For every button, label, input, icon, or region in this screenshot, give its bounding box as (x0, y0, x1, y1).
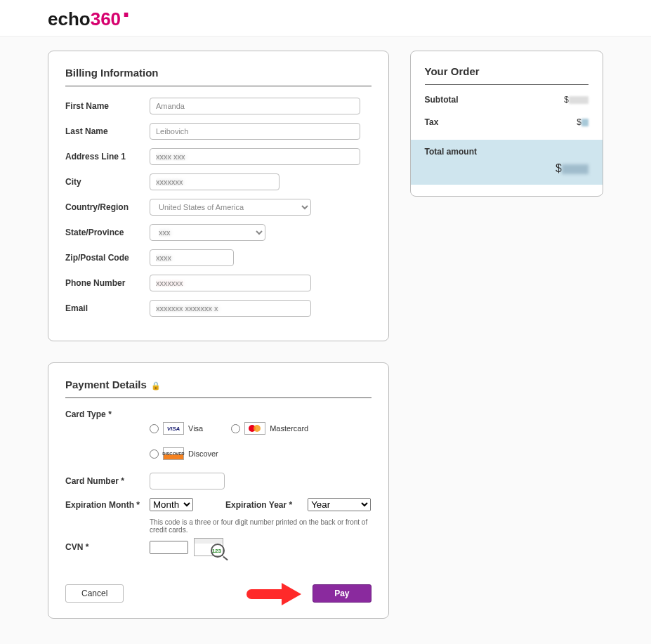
exp-year-label: Expiration Year * (225, 500, 292, 510)
brand-part2: 360 (91, 8, 121, 29)
exp-month-label: Expiration Month * (65, 500, 150, 510)
cvn-help-icon (194, 538, 223, 556)
country-select[interactable]: United States of America (150, 199, 311, 216)
cancel-button[interactable]: Cancel (65, 584, 124, 603)
brand-logo: echo360. (48, 8, 651, 30)
email-label: Email (65, 303, 150, 313)
email-field[interactable] (150, 300, 311, 317)
zip-label: Zip/Postal Code (65, 253, 150, 263)
exp-month-select[interactable]: Month (150, 498, 193, 511)
card-type-visa[interactable]: VISA Visa (150, 422, 203, 435)
cvn-hint: This code is a three or four digit numbe… (150, 518, 371, 534)
subtotal-label: Subtotal (425, 95, 459, 105)
mastercard-icon (244, 422, 265, 435)
card-type-mastercard[interactable]: Mastercard (231, 422, 308, 435)
discover-radio[interactable] (150, 449, 159, 459)
last-name-label: Last Name (65, 126, 150, 136)
cvn-label: CVN * (65, 542, 150, 552)
billing-card: Billing Information First Name Last Name… (48, 51, 389, 341)
state-label: State/Province (65, 228, 150, 237)
payment-card: Payment Details 🔒 Card Type * VISA Visa … (48, 362, 389, 619)
exp-year-select[interactable]: Year (308, 498, 371, 511)
last-name-field[interactable] (150, 123, 360, 140)
mastercard-radio[interactable] (231, 424, 240, 433)
billing-heading: Billing Information (65, 67, 371, 86)
card-number-field[interactable] (150, 473, 225, 489)
total-section: Total amount $ (411, 140, 603, 185)
first-name-field[interactable] (150, 98, 360, 114)
country-label: Country/Region (65, 202, 150, 212)
city-field[interactable] (150, 173, 280, 190)
order-heading: Your Order (425, 65, 588, 85)
address1-field[interactable] (150, 148, 360, 165)
card-number-label: Card Number * (65, 476, 150, 486)
payment-heading: Payment Details 🔒 (65, 379, 371, 398)
cvn-field[interactable] (150, 541, 188, 554)
lock-icon: 🔒 (151, 381, 161, 390)
page-header: echo360. (0, 0, 651, 37)
subtotal-value: $ (564, 95, 588, 105)
state-select[interactable]: xxx (150, 224, 265, 241)
zip-field[interactable] (150, 249, 234, 266)
city-label: City (65, 177, 150, 187)
discover-icon: DISCOVER (163, 447, 184, 460)
phone-label: Phone Number (65, 278, 150, 288)
phone-field[interactable] (150, 275, 311, 291)
visa-icon: VISA (163, 422, 184, 435)
tax-label: Tax (425, 117, 439, 127)
visa-radio[interactable] (150, 424, 159, 433)
first-name-label: First Name (65, 101, 150, 111)
total-label: Total amount (425, 147, 588, 157)
arrow-annotation-icon (246, 583, 308, 604)
card-type-label: Card Type * (65, 409, 150, 419)
total-value: $ (425, 162, 588, 175)
card-type-discover[interactable]: DISCOVER Discover (150, 447, 371, 460)
order-card: Your Order Subtotal $ Tax $ Total amount… (410, 51, 603, 197)
tax-value: $ (577, 117, 588, 127)
brand-dot-icon: . (122, 0, 130, 22)
address1-label: Address Line 1 (65, 152, 150, 162)
brand-part1: echo (48, 8, 91, 29)
pay-button[interactable]: Pay (313, 584, 371, 603)
